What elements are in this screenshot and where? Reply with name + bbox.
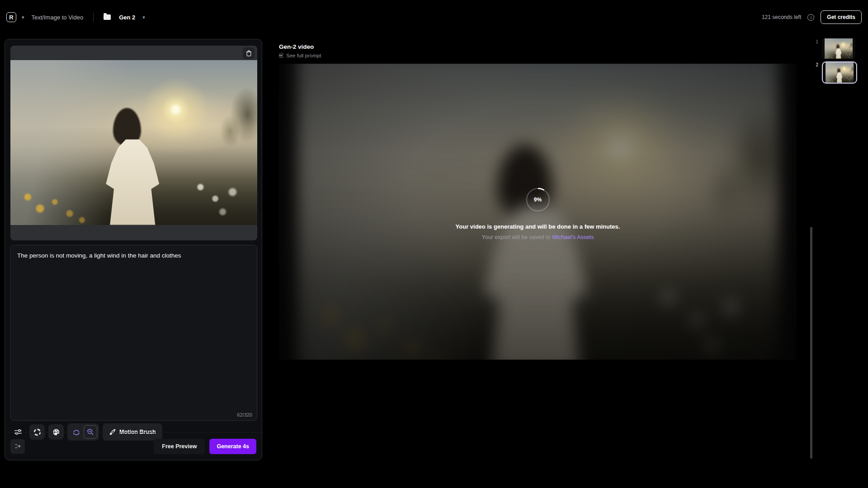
char-count: 62/320 (237, 412, 252, 418)
chevron-down-icon[interactable]: ▾ (21, 15, 25, 20)
generation-item-2: 2 (814, 61, 857, 84)
prompt-lines-icon (279, 53, 283, 58)
thumbnail-1-image (825, 38, 853, 59)
thumbnail-1-index: 1 (814, 38, 818, 44)
info-icon[interactable]: i (807, 14, 814, 21)
thumbnail-2-letterbox (826, 62, 854, 83)
thumbnail-2-image (826, 62, 854, 83)
trash-icon (246, 50, 252, 56)
generation-settings-panel: The person is not moving, a light wind i… (5, 39, 262, 460)
input-image-card (10, 46, 257, 240)
export-message: Your export will be saved to Michael's A… (482, 234, 594, 240)
progress-ring: 9% (525, 187, 551, 212)
credits-time-left: 121 seconds left (762, 14, 801, 20)
panel-arrow-icon (14, 443, 21, 449)
generation-progress: 9% Your video is generating and will be … (279, 187, 797, 240)
tool-name-label[interactable]: Text/Image to Video (32, 14, 84, 21)
prompt-box: The person is not moving, a light wind i… (10, 245, 257, 421)
generate-button[interactable]: Generate 4s (209, 439, 256, 454)
generating-message: Your video is generating and will be don… (456, 223, 620, 230)
delete-image-button[interactable] (243, 47, 255, 59)
result-title: Gen-2 video (279, 43, 314, 50)
input-image-scene (10, 60, 257, 225)
project-name[interactable]: Gen 2 (119, 14, 135, 21)
progress-percent: 9% (525, 187, 551, 212)
thumbnail-1[interactable] (822, 38, 855, 59)
see-full-prompt-label: See full prompt (286, 53, 321, 58)
thumbnail-1-letterbox (825, 38, 853, 59)
vertical-scrollbar[interactable] (810, 227, 812, 459)
input-image[interactable] (10, 60, 257, 225)
export-message-prefix: Your export will be saved to (482, 234, 552, 240)
panel-footer: Free Preview Generate 4s (5, 432, 262, 460)
queue-panel-button[interactable] (10, 439, 25, 454)
header-divider (93, 13, 94, 22)
get-credits-button[interactable]: Get credits (821, 10, 862, 24)
free-preview-button[interactable]: Free Preview (154, 439, 205, 454)
runway-logo-icon[interactable]: R (6, 12, 16, 22)
project-chevron-down-icon[interactable]: ▾ (142, 15, 146, 20)
see-full-prompt[interactable]: See full prompt (279, 53, 321, 58)
prompt-input[interactable]: The person is not moving, a light wind i… (11, 245, 257, 404)
top-header: R ▾ Text/Image to Video Gen 2 ▾ 121 seco… (0, 0, 868, 34)
image-card-header (10, 46, 257, 60)
generation-item-1: 1 (814, 38, 855, 59)
video-preview-frame: 9% Your video is generating and will be … (279, 64, 797, 360)
folder-icon (104, 14, 111, 20)
thumbnail-2[interactable] (822, 61, 857, 84)
export-destination-link[interactable]: Michael's Assets (552, 234, 594, 240)
image-card-footer (10, 225, 257, 240)
thumbnail-2-index: 2 (814, 61, 818, 67)
